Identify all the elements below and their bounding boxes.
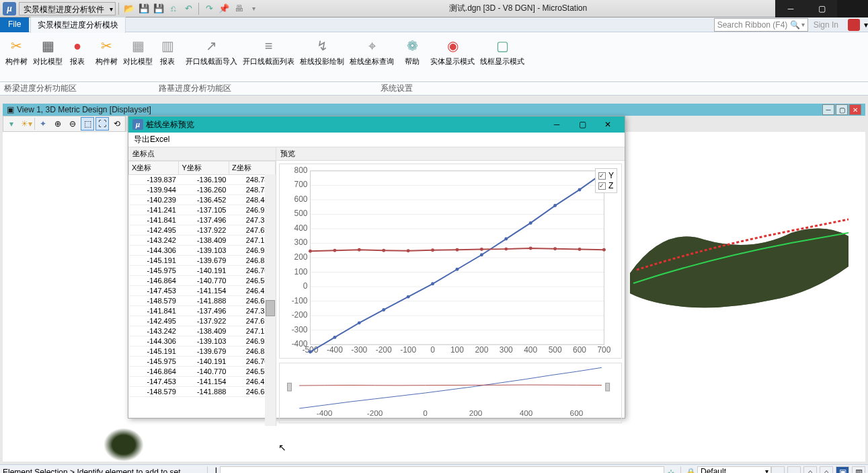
window-area-icon[interactable]: ⬚ — [81, 117, 94, 131]
sb-icon-4[interactable]: ⌂ — [820, 466, 833, 474]
workflow-dropdown[interactable]: 实景模型进度分析软件 — [19, 2, 116, 15]
dialog-minimize-button[interactable]: ─ — [544, 116, 569, 133]
print-icon[interactable]: 🖶 — [233, 3, 245, 15]
table-row[interactable]: -146.864-140.770246.563 — [129, 367, 276, 377]
ribbon-btn-5[interactable]: ▥报表 — [155, 35, 180, 68]
ribbon-btn-8[interactable]: ↯桩线投影绘制 — [297, 35, 347, 68]
undo-link-icon[interactable]: ⎌ — [167, 3, 180, 15]
open-icon[interactable]: 📂 — [123, 3, 135, 15]
table-row[interactable]: -145.975-140.191246.704 — [129, 357, 276, 367]
maximize-button[interactable]: ▢ — [806, 0, 837, 17]
table-row[interactable]: -142.495-137.922247.694 — [129, 225, 276, 235]
undo-icon[interactable]: ↶ — [182, 3, 194, 15]
ribbon-btn-4[interactable]: ▦对比模型 — [120, 35, 155, 68]
svg-rect-72 — [288, 383, 292, 391]
view-header[interactable]: ▣ View 1, 3D Metric Design [Displayset] … — [3, 104, 865, 116]
table-row[interactable]: -139.944-136.260248.739 — [129, 185, 276, 195]
ribbon-btn-7[interactable]: ≡开口线截面列表 — [240, 35, 297, 68]
ribbon-btn-1[interactable]: ▦对比模型 — [30, 35, 65, 68]
file-menu[interactable]: File — [0, 17, 29, 32]
save-settings-icon[interactable]: 💾 — [153, 3, 165, 15]
sb-icon-5[interactable]: ▣ — [836, 466, 849, 474]
svg-text:600: 600 — [294, 194, 308, 204]
table-row[interactable]: -141.241-137.105246.970 — [129, 205, 276, 215]
ribbon-btn-0[interactable]: ✂构件树 — [3, 35, 30, 68]
ribbon-btn-12[interactable]: ▢线框显示模式 — [477, 35, 527, 68]
adjust-icon[interactable]: ✦ — [36, 117, 50, 131]
table-scrollbar[interactable] — [265, 174, 276, 426]
minimize-button[interactable]: ─ — [775, 0, 806, 17]
save-icon[interactable]: 💾 — [138, 3, 150, 15]
view-minimize-button[interactable]: ─ — [822, 104, 834, 115]
sb-icon-1[interactable] — [771, 466, 785, 474]
col-z[interactable]: Z坐标 — [229, 161, 275, 175]
dialog-toolbar: 导出Excel — [128, 133, 625, 147]
dropdown-icon[interactable]: ▾ — [247, 3, 260, 15]
ribbon-btn-9[interactable]: ⌖桩线坐标查询 — [347, 35, 397, 68]
chart-main[interactable]: -400-300-200-100010020030040050060070080… — [279, 163, 622, 359]
signin-link[interactable]: Sign In — [814, 20, 838, 30]
module-tab[interactable]: 实景模型进度分析模块 — [30, 17, 126, 33]
ribbon-group-2: 路基进度分析功能区 — [81, 83, 309, 94]
lock-icon[interactable]: 🔒 — [684, 468, 697, 474]
svg-point-50 — [553, 204, 557, 207]
ribbon-group-1: 桥梁进度分析功能区 — [0, 83, 81, 94]
table-row[interactable]: -143.242-138.409247.178 — [129, 235, 276, 246]
ribbon-btn-3[interactable]: ✂构件树 — [93, 35, 120, 68]
export-excel-button[interactable]: 导出Excel — [134, 135, 169, 144]
rotate-icon[interactable]: ⟲ — [110, 117, 124, 131]
table-row[interactable]: -145.975-140.191246.704 — [129, 266, 276, 276]
table-row[interactable]: -148.579-141.888246.663 — [129, 296, 276, 306]
table-row[interactable]: -139.837-136.190248.782 — [129, 175, 276, 185]
user-icon[interactable] — [848, 19, 860, 31]
col-x[interactable]: X坐标 — [129, 161, 179, 175]
table-row[interactable]: -144.306-139.103246.931 — [129, 246, 276, 256]
legend-z-label: Z — [608, 181, 613, 190]
col-y[interactable]: Y坐标 — [179, 161, 229, 175]
dialog-maximize-button[interactable]: ▢ — [569, 116, 595, 133]
table-row[interactable]: -147.453-141.154246.423 — [129, 377, 276, 387]
table-row[interactable]: -145.191-139.679246.854 — [129, 347, 276, 357]
sb-icon-2[interactable] — [787, 466, 801, 474]
keyin-input[interactable] — [220, 466, 664, 474]
ribbon-group-labels: 桥梁进度分析功能区 路基进度分析功能区 系统设置 — [0, 82, 868, 96]
table-row[interactable]: -140.239-136.452248.443 — [129, 195, 276, 205]
snap-icon[interactable]: ⊹ — [664, 468, 678, 474]
legend-z-checkbox[interactable]: ✓ — [598, 182, 606, 190]
table-row[interactable]: -147.453-141.154246.423 — [129, 286, 276, 296]
table-row[interactable]: -141.841-137.496247.356 — [129, 306, 276, 316]
fit-view-icon[interactable]: ⛶ — [95, 117, 109, 131]
table-row[interactable]: -143.242-138.409247.178 — [129, 326, 276, 336]
table-row[interactable]: -144.306-139.103246.931 — [129, 336, 276, 347]
sb-icon-3[interactable]: ⌂ — [803, 466, 817, 474]
svg-point-42 — [358, 321, 361, 324]
dialog-close-button[interactable]: ✕ — [595, 116, 621, 133]
search-placeholder: Search Ribbon (F4) — [717, 20, 788, 30]
redo-icon[interactable]: ↷ — [203, 3, 215, 15]
table-row[interactable]: -145.191-139.679246.854 — [129, 256, 276, 266]
chart-overview[interactable]: -400-2000200400600 — [279, 363, 622, 423]
table-row[interactable]: -148.579-141.888246.663 — [129, 387, 276, 397]
view-attrs-icon[interactable]: ▾ — [5, 117, 18, 131]
legend-y-checkbox[interactable]: ✓ — [598, 172, 606, 180]
zoom-out-icon[interactable]: ⊖ — [66, 117, 79, 131]
level-dropdown[interactable]: Default — [697, 466, 771, 474]
table-row[interactable]: -142.495-137.922247.694 — [129, 316, 276, 326]
view-close-button[interactable]: ✕ — [849, 104, 861, 115]
ribbon-search[interactable]: Search Ribbon (F4) 🔍 ▾ — [714, 18, 808, 32]
sb-icon-6[interactable]: ▥ — [852, 466, 865, 474]
ribbon-btn-11[interactable]: ◉实体显示模式 — [428, 35, 477, 68]
dialog-titlebar[interactable]: µ 桩线坐标预览 ─ ▢ ✕ — [128, 116, 625, 133]
zoom-in-icon[interactable]: ⊕ — [51, 117, 65, 131]
table-row[interactable]: -146.864-140.770246.563 — [129, 276, 276, 286]
ribbon-btn-2[interactable]: ●报表 — [65, 35, 89, 68]
table-row[interactable]: -141.841-137.496247.356 — [129, 215, 276, 225]
svg-text:100: 100 — [450, 345, 464, 355]
view-maximize-button[interactable]: ▢ — [836, 104, 848, 115]
display-style-icon[interactable]: ☀▾ — [19, 117, 33, 131]
ribbon-btn-6[interactable]: ↗开口线截面导入 — [183, 35, 240, 68]
pin-icon[interactable]: 📌 — [218, 3, 230, 15]
ribbon-btn-10[interactable]: ❁帮助 — [400, 35, 424, 68]
help-chevron-icon[interactable]: ▾ — [864, 20, 868, 30]
coord-table: X坐标 Y坐标 Z坐标 -139.837-136.190248.782-139.… — [128, 161, 276, 426]
